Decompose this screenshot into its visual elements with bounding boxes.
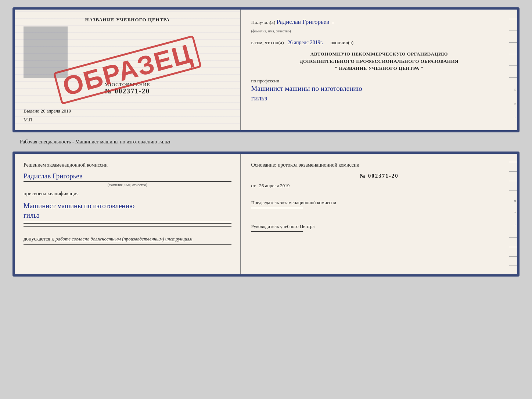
recipient-name: Радислав Григорьев [277,18,330,25]
date-value: 26 апреля 2019 [259,183,290,188]
profession-name2: гильз [251,93,507,103]
chairman-block: Председатель экзаменационной комиссии [251,195,507,210]
right-deco-lines-2: и а ← [509,154,517,274]
photo-placeholder [24,26,68,78]
received-line: Получил(а) Радислав Григорьев – (фамилия… [251,17,507,35]
osnov-label: Основание: протокол экзаменационной коми… [251,161,507,169]
decision-text: Решением экзаменационной комиссии [24,161,231,169]
date-line: от 26 апреля 2019 [251,183,507,189]
qualification-name2: гильз [24,211,231,221]
right-deco-lines: и а ← [509,10,517,130]
in-that-prefix: в том, что он(а) [251,40,284,45]
deco-text-arrow: ← [509,117,517,121]
director-sig-line [251,231,303,232]
deco2-text-arrow: ← [509,224,517,228]
deco2-text-а: а [509,212,517,214]
allowed-text: работе согласно должностным (производств… [55,236,192,242]
qualification-name: Машинист машины по изготовлению [24,201,231,211]
deco2-line-2 [509,171,517,172]
deco2-line-3 [509,181,517,181]
received-prefix: Получил(а) [251,19,276,25]
allowed-prefix: допускается к [24,236,54,242]
deco-text-а: а [509,103,517,105]
caption-between: Рабочая специальность - Машинист машины … [20,139,170,145]
profession-block: по профессии Машинист машины по изготовл… [251,78,507,103]
completion-date: 26 апреля 2019г. [288,40,323,45]
qual-line-2 [24,223,231,224]
doc2-left-panel: Решением экзаменационной комиссии Радисл… [15,154,241,274]
issued-date: 26 апреля 2019 [41,108,71,114]
allowed-underline [24,244,231,245]
deco2-line-4 [509,190,517,191]
person-caption: (фамилия, имя, отчество) [24,183,231,187]
qualification-block: Машинист машины по изготовлению гильз [24,201,231,228]
director-title: Руководитель учебного Центра [251,223,507,230]
person-block: Радислав Григорьев (фамилия, имя, отчест… [24,172,231,187]
org-name: " НАЗВАНИЕ УЧЕБНОГО ЦЕНТРА " [251,65,507,72]
org-line1: АВТОНОМНУЮ НЕКОММЕРЧЕСКУЮ ОРГАНИЗАЦИЮ [251,50,507,58]
deco-line-2 [509,31,517,31]
deco-line-1 [509,19,517,19]
cert-label: УДОСТОВЕРЕНИЕ [24,82,231,88]
org-line2: ДОПОЛНИТЕЛЬНОГО ПРОФЕССИОНАЛЬНОГО ОБРАЗО… [251,58,507,65]
profession-prefix: по профессии [251,78,507,84]
completed-suffix: окончил(а) [331,40,353,45]
mp-label: М.П. [24,117,231,123]
deco2-text-и: и [509,200,517,203]
deco-line-4 [509,54,517,54]
cert-number: № 002371-20 [24,88,231,95]
doc1-title: НАЗВАНИЕ УЧЕБНОГО ЦЕНТРА [24,17,231,23]
org-block: АВТОНОМНУЮ НЕКОММЕРЧЕСКУЮ ОРГАНИЗАЦИЮ ДО… [251,50,507,72]
profession-name: Машинист машины по изготовлению [251,84,507,94]
deco-text-и: и [509,89,517,91]
recipient-caption: (фамилия, имя, отчество) [251,29,291,33]
document-card-2: Решением экзаменационной комиссии Радисл… [12,152,520,277]
protocol-number: № 002371-20 [251,173,507,179]
date-prefix: от [251,183,256,188]
doc1-left-panel: НАЗВАНИЕ УЧЕБНОГО ЦЕНТРА УДОСТОВЕРЕНИЕ №… [15,10,241,130]
qual-line-3 [24,225,231,225]
doc2-right-panel: Основание: протокол экзаменационной коми… [241,154,517,274]
doc1-right-panel: Получил(а) Радислав Григорьев – (фамилия… [241,10,517,130]
deco-line-6 [509,77,517,78]
document-card-1: НАЗВАНИЕ УЧЕБНОГО ЦЕНТРА УДОСТОВЕРЕНИЕ №… [12,7,520,132]
page-wrapper: НАЗВАНИЕ УЧЕБНОГО ЦЕНТРА УДОСТОВЕРЕНИЕ №… [7,7,525,277]
deco-line-3 [509,42,517,43]
chairman-title: Председатель экзаменационной комиссии [251,199,507,206]
deco2-line-8 [509,266,517,266]
deco2-line-5 [509,237,517,238]
name-underline [24,181,231,182]
deco2-line-1 [509,162,517,162]
qual-line-4 [24,226,231,227]
issued-prefix: Выдано [24,108,39,114]
chairman-sig-line [251,208,303,208]
person-name: Радислав Григорьев [24,172,231,180]
completion-line: в том, что он(а) 26 апреля 2019г. окончи… [251,39,507,47]
deco-line-5 [509,65,517,66]
deco2-line-6 [509,247,517,247]
allowed-block: допускается к работе согласно должностны… [24,235,231,246]
cert-info: УДОСТОВЕРЕНИЕ № 002371-20 [24,82,231,95]
director-block: Руководитель учебного Центра [251,219,507,234]
assigned-label: присвоена квалификация [24,190,231,198]
issued-line: Выдано 26 апреля 2019 [24,108,231,114]
qual-line-1 [24,222,231,222]
deco2-line-7 [509,256,517,257]
